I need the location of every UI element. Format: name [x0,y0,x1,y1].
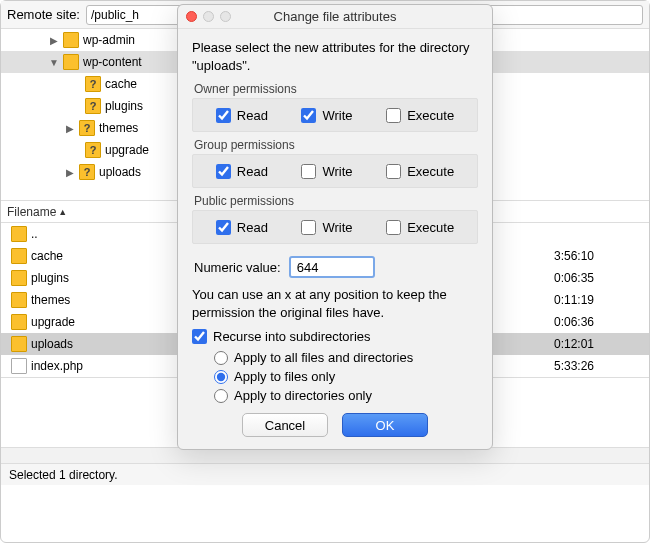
apply-dirs-radio[interactable] [214,389,228,403]
public-write-checkbox[interactable] [301,220,316,235]
public-read-checkbox[interactable] [216,220,231,235]
apply-files-radio[interactable] [214,370,228,384]
file-time: 3:56:10 [554,249,649,263]
file-time: 0:12:01 [554,337,649,351]
folder-icon [11,270,27,286]
write-label: Write [322,220,352,235]
file-name: index.php [31,359,83,373]
apply-files-label: Apply to files only [234,369,335,384]
filename-header[interactable]: Filename [7,205,56,219]
public-permissions-label: Public permissions [194,194,476,208]
tree-label: upgrade [105,143,149,157]
owner-permissions-row: Read Write Execute [192,98,478,132]
public-permissions-row: Read Write Execute [192,210,478,244]
file-name: themes [31,293,70,307]
path-label: Remote site: [7,7,80,22]
execute-label: Execute [407,108,454,123]
group-permissions-label: Group permissions [194,138,476,152]
group-read-checkbox[interactable] [216,164,231,179]
apply-all-label: Apply to all files and directories [234,350,413,365]
recurse-label: Recurse into subdirectories [213,329,371,344]
folder-icon [63,54,79,70]
file-name: .. [31,227,38,241]
execute-label: Execute [407,164,454,179]
tree-label: wp-content [83,55,142,69]
triangle-icon[interactable]: ▶ [49,35,59,46]
tree-label: cache [105,77,137,91]
apply-all-radio[interactable] [214,351,228,365]
owner-execute-checkbox[interactable] [386,108,401,123]
ok-button[interactable]: OK [342,413,428,437]
folder-icon [11,314,27,330]
dialog-intro: Please select the new attributes for the… [192,39,478,74]
group-write-checkbox[interactable] [301,164,316,179]
folder-unknown-icon: ? [85,76,101,92]
public-execute-checkbox[interactable] [386,220,401,235]
read-label: Read [237,164,268,179]
folder-icon [63,32,79,48]
numeric-hint: You can use an x at any position to keep… [192,286,478,321]
numeric-value-input[interactable] [289,256,375,278]
minimize-icon [203,11,214,22]
status-bar: Selected 1 directory. [1,463,649,485]
file-name: plugins [31,271,69,285]
group-permissions-row: Read Write Execute [192,154,478,188]
write-label: Write [322,164,352,179]
read-label: Read [237,220,268,235]
file-name: cache [31,249,63,263]
folder-icon [11,292,27,308]
owner-read-checkbox[interactable] [216,108,231,123]
apply-dirs-label: Apply to directories only [234,388,372,403]
folder-icon [11,226,27,242]
write-label: Write [322,108,352,123]
file-time: 0:06:36 [554,315,649,329]
close-icon[interactable] [186,11,197,22]
numeric-value-label: Numeric value: [194,260,281,275]
read-label: Read [237,108,268,123]
recurse-mode-group: Apply to all files and directories Apply… [192,350,478,403]
recurse-checkbox[interactable] [192,329,207,344]
change-attributes-dialog: Change file attributes Please select the… [177,4,493,450]
file-time: 5:33:26 [554,359,649,373]
file-time: 0:06:35 [554,271,649,285]
execute-label: Execute [407,220,454,235]
sort-asc-icon: ▲ [58,207,67,217]
cancel-button[interactable]: Cancel [242,413,328,437]
status-text: Selected 1 directory. [9,468,118,482]
file-name: upgrade [31,315,75,329]
owner-permissions-label: Owner permissions [194,82,476,96]
folder-icon [11,336,27,352]
folder-unknown-icon: ? [85,142,101,158]
triangle-icon[interactable]: ▼ [49,57,59,68]
file-icon [11,358,27,374]
triangle-icon[interactable]: ▶ [65,167,75,178]
zoom-icon [220,11,231,22]
folder-unknown-icon: ? [85,98,101,114]
folder-icon [11,248,27,264]
folder-unknown-icon: ? [79,120,95,136]
dialog-titlebar[interactable]: Change file attributes [178,5,492,29]
tree-label: uploads [99,165,141,179]
tree-label: wp-admin [83,33,135,47]
folder-unknown-icon: ? [79,164,95,180]
owner-write-checkbox[interactable] [301,108,316,123]
triangle-icon[interactable]: ▶ [65,123,75,134]
group-execute-checkbox[interactable] [386,164,401,179]
tree-label: plugins [105,99,143,113]
file-time: 0:11:19 [554,293,649,307]
file-name: uploads [31,337,73,351]
tree-label: themes [99,121,138,135]
